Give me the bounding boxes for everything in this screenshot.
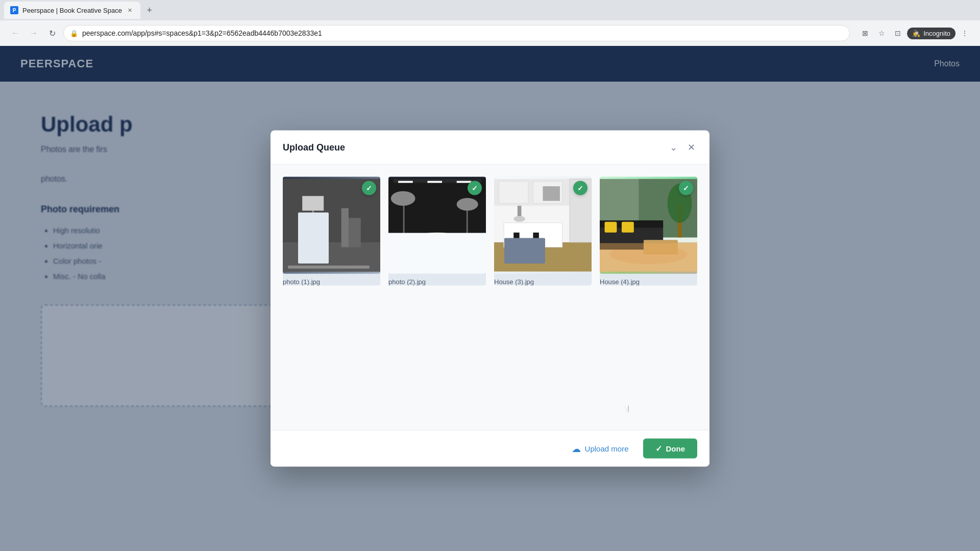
photo-filename-2: photo (2).jpg xyxy=(388,278,486,286)
tab-title: Peerspace | Book Creative Space xyxy=(22,7,122,14)
url-text: peerspace.com/app/ps#s=spaces&p1=3&p2=65… xyxy=(82,29,843,37)
photo-filename-4: House (4).jpg xyxy=(600,278,697,286)
address-bar[interactable]: 🔒 peerspace.com/app/ps#s=spaces&p1=3&p2=… xyxy=(63,25,850,41)
tab-favicon: P xyxy=(10,6,18,14)
new-tab-button[interactable]: + xyxy=(142,3,157,17)
svg-rect-13 xyxy=(388,252,486,271)
svg-rect-19 xyxy=(494,242,592,271)
incognito-button[interactable]: 🕵 Incognito xyxy=(907,28,955,39)
svg-rect-38 xyxy=(622,222,634,233)
svg-point-17 xyxy=(457,198,478,211)
chevron-down-icon: ⌄ xyxy=(670,142,677,153)
tab-close-button[interactable]: ✕ xyxy=(126,6,134,14)
photo-filename-1: photo (1).jpg xyxy=(283,278,380,286)
success-badge-3: ✓ xyxy=(573,181,587,195)
svg-rect-21 xyxy=(513,233,519,247)
lock-icon: 🔒 xyxy=(70,30,78,37)
modal-footer: ☁ Upload more ✓ Done xyxy=(271,430,709,467)
photo-grid: ✓ xyxy=(283,177,697,286)
svg-rect-14 xyxy=(403,198,405,257)
svg-rect-22 xyxy=(533,233,538,247)
modal-body: ✓ xyxy=(271,165,709,430)
svg-rect-29 xyxy=(543,186,560,201)
svg-rect-10 xyxy=(427,181,442,183)
browser-window: P Peerspace | Book Creative Space ✕ + ← … xyxy=(0,0,980,551)
upload-queue-modal: Upload Queue ⌄ ✕ ✓ xyxy=(271,131,709,467)
active-tab[interactable]: P Peerspace | Book Creative Space ✕ xyxy=(4,2,140,19)
svg-rect-15 xyxy=(467,204,468,257)
svg-rect-4 xyxy=(302,196,324,211)
svg-rect-9 xyxy=(398,181,413,183)
close-icon: ✕ xyxy=(688,142,695,153)
tab-bar: P Peerspace | Book Creative Space ✕ + xyxy=(0,0,980,20)
cast-button[interactable]: ⊠ xyxy=(858,26,872,40)
back-button[interactable]: ← xyxy=(8,26,22,40)
forward-button[interactable]: → xyxy=(27,26,41,40)
reload-button[interactable]: ↻ xyxy=(45,26,59,40)
svg-point-16 xyxy=(391,191,415,206)
page-background: PEERSPACE Photos Upload p Photos are the… xyxy=(0,46,980,551)
navigation-bar: ← → ↻ 🔒 peerspace.com/app/ps#s=spaces&p1… xyxy=(0,20,980,46)
bookmark-button[interactable]: ☆ xyxy=(874,26,889,40)
done-label: Done xyxy=(666,444,685,453)
modal-close-button[interactable]: ✕ xyxy=(685,140,697,155)
success-badge-2: ✓ xyxy=(468,181,482,195)
success-badge-1: ✓ xyxy=(362,181,376,195)
profile-button[interactable]: ⊡ xyxy=(891,26,905,40)
modal-header: Upload Queue ⌄ ✕ xyxy=(271,131,709,165)
svg-rect-20 xyxy=(504,223,562,247)
photo-filename-3: House (3).jpg xyxy=(494,278,592,286)
upload-more-button[interactable]: ☁ Upload more xyxy=(566,439,635,458)
photo-item-3: ✓ xyxy=(494,177,592,286)
upload-more-label: Upload more xyxy=(585,444,629,453)
svg-rect-37 xyxy=(605,222,617,233)
svg-point-12 xyxy=(388,233,486,274)
nav-right-buttons: ⊠ ☆ ⊡ 🕵 Incognito ⋮ xyxy=(858,26,972,40)
checkmark-icon: ✓ xyxy=(655,444,662,454)
svg-rect-2 xyxy=(283,242,380,271)
photo-item-2: ✓ xyxy=(388,177,486,286)
incognito-icon: 🕵 xyxy=(912,30,920,37)
incognito-label: Incognito xyxy=(923,30,950,37)
modal-title: Upload Queue xyxy=(283,142,345,153)
modal-header-actions: ⌄ ✕ xyxy=(668,140,697,155)
menu-button[interactable]: ⋮ xyxy=(958,26,972,40)
photo-item-4: ✓ xyxy=(600,177,697,286)
svg-rect-33 xyxy=(600,242,697,271)
done-button[interactable]: ✓ Done xyxy=(643,439,698,459)
browser-chrome: P Peerspace | Book Creative Space ✕ + ← … xyxy=(0,0,980,46)
svg-rect-24 xyxy=(499,182,528,204)
svg-rect-39 xyxy=(644,240,678,255)
svg-point-28 xyxy=(513,216,525,221)
photo-item-1: ✓ xyxy=(283,177,380,286)
svg-point-34 xyxy=(609,245,688,264)
upload-icon: ☁ xyxy=(572,443,581,454)
svg-rect-6 xyxy=(341,208,349,247)
success-badge-4: ✓ xyxy=(679,181,693,195)
modal-minimize-button[interactable]: ⌄ xyxy=(668,140,679,155)
